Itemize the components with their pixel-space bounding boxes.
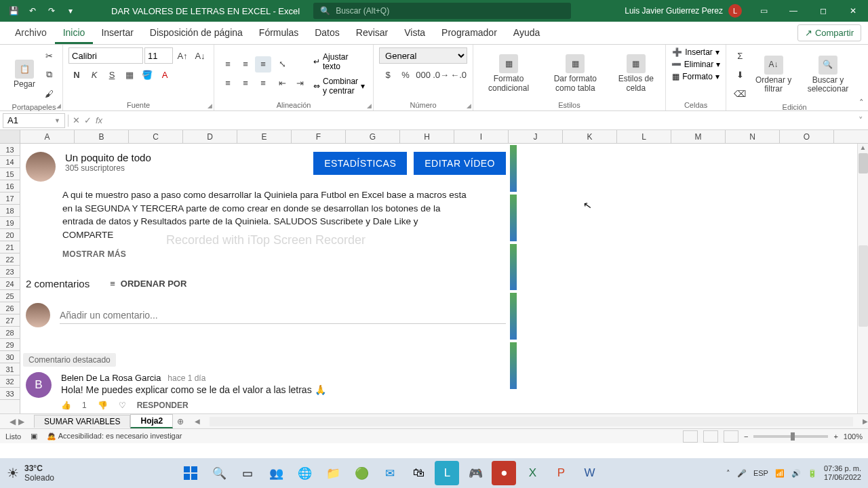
copy-button[interactable]: ⧉ <box>41 66 57 83</box>
decrease-decimal-button[interactable]: ←.0 <box>450 66 467 83</box>
row-header[interactable]: 18 <box>0 205 20 217</box>
format-table-button[interactable]: ▦Dar formato como tabla <box>541 53 610 94</box>
taskbar-excel[interactable]: X <box>520 461 545 485</box>
column-header[interactable]: C <box>129 130 183 143</box>
tray-language[interactable]: ESP <box>753 469 768 477</box>
align-center-button[interactable]: ≡ <box>237 75 254 92</box>
tab-archivo[interactable]: Archivo <box>7 23 55 44</box>
row-header[interactable]: 16 <box>0 180 20 192</box>
decrease-font-button[interactable]: A↓ <box>192 47 208 64</box>
align-top-button[interactable]: ≡ <box>220 56 236 73</box>
close-button[interactable]: ✕ <box>838 0 868 22</box>
tray-wifi[interactable]: 📶 <box>775 469 785 478</box>
row-header[interactable]: 21 <box>0 241 20 253</box>
channel-name[interactable]: Un poquito de todo <box>65 152 151 163</box>
name-box[interactable]: A1▼ <box>3 113 65 128</box>
number-format-select[interactable]: General <box>379 47 467 64</box>
enter-formula-button[interactable]: ✓ <box>84 115 92 125</box>
paste-button[interactable]: 📋 Pegar <box>11 58 38 90</box>
taskbar-edge[interactable]: 🌐 <box>292 461 317 485</box>
row-header[interactable]: 13 <box>0 144 20 156</box>
column-header[interactable]: F <box>292 130 346 143</box>
row-header[interactable]: 27 <box>0 314 20 327</box>
collapse-ribbon-button[interactable]: ˄ <box>859 98 864 108</box>
row-header[interactable]: 23 <box>0 266 20 278</box>
sort-comments-button[interactable]: ≡ORDENAR POR <box>110 279 186 289</box>
sheet-nav[interactable]: ◀ ▶ <box>0 417 34 426</box>
taskbar-chrome[interactable]: 🟢 <box>349 461 374 485</box>
save-button[interactable]: 💾 <box>7 4 20 18</box>
tab-formulas[interactable]: Fórmulas <box>251 23 307 44</box>
cell-styles-button[interactable]: ▦Estilos de celda <box>612 53 660 94</box>
edit-video-button[interactable]: EDITAR VÍDEO <box>414 152 506 175</box>
task-view[interactable]: ▭ <box>235 461 260 485</box>
currency-button[interactable]: $ <box>380 66 396 83</box>
increase-font-button[interactable]: A↑ <box>174 47 191 64</box>
taskbar-recorder[interactable]: ● <box>492 461 516 485</box>
zoom-slider[interactable] <box>753 435 828 438</box>
borders-button[interactable]: ▦ <box>121 66 138 83</box>
minimize-button[interactable]: — <box>778 0 808 22</box>
row-header[interactable]: 33 <box>0 388 20 400</box>
show-more-button[interactable]: MOSTRAR MÁS <box>22 245 510 268</box>
column-header[interactable]: H <box>400 130 454 143</box>
sheet-tab-sumar[interactable]: SUMAR VARIABLES <box>34 415 130 428</box>
row-header[interactable]: 22 <box>0 253 20 266</box>
taskbar-word[interactable]: W <box>577 461 601 485</box>
user-account[interactable]: Luis Javier Gutierrez Perez L <box>625 4 742 18</box>
taskbar-clock[interactable]: 07:36 p. m. 17/06/2022 <box>824 464 861 482</box>
column-header[interactable]: N <box>726 130 780 143</box>
row-header[interactable]: 17 <box>0 192 20 205</box>
merge-center-button[interactable]: ⇔Combinar y centrar ▾ <box>311 75 368 97</box>
taskbar-explorer[interactable]: 📁 <box>321 461 345 485</box>
column-header[interactable]: L <box>617 130 671 143</box>
font-size-select[interactable] <box>144 47 173 64</box>
font-dialog-launcher[interactable]: ◢ <box>208 102 212 109</box>
row-header[interactable]: 28 <box>0 327 20 339</box>
font-name-select[interactable] <box>68 47 143 64</box>
like-button[interactable]: 👍 <box>61 401 71 410</box>
page-break-view-button[interactable] <box>724 430 738 443</box>
zoom-in-button[interactable]: + <box>833 432 837 441</box>
redo-button[interactable]: ↷ <box>45 4 58 18</box>
align-left-button[interactable]: ≡ <box>220 75 236 92</box>
percent-button[interactable]: % <box>397 66 414 83</box>
vscroll-thumb-secondary[interactable] <box>859 245 868 327</box>
row-header[interactable]: 20 <box>0 229 20 241</box>
taskbar-teams[interactable]: 👥 <box>264 461 288 485</box>
select-all-button[interactable] <box>0 130 20 143</box>
column-header[interactable]: B <box>75 130 129 143</box>
sheet-tab-hoja2[interactable]: Hoja2 <box>130 414 173 428</box>
tab-disposicion[interactable]: Disposición de página <box>142 23 251 44</box>
column-header[interactable]: E <box>237 130 292 143</box>
row-header[interactable]: 29 <box>0 339 20 351</box>
new-sheet-button[interactable]: ⊕ <box>173 417 188 426</box>
row-header[interactable]: 25 <box>0 290 20 302</box>
tab-programador[interactable]: Programador <box>433 23 505 44</box>
increase-decimal-button[interactable]: .0→ <box>433 66 449 83</box>
accessibility-status[interactable]: 🙇 Accesibilidad: es necesario investigar <box>47 432 182 441</box>
qat-dropdown[interactable]: ▾ <box>64 4 77 18</box>
cancel-formula-button[interactable]: ✕ <box>73 115 80 125</box>
autosum-button[interactable]: Σ <box>732 47 748 64</box>
tab-inicio[interactable]: Inicio <box>55 23 94 44</box>
column-header[interactable]: O <box>780 130 834 143</box>
orientation-button[interactable]: ⤡ <box>274 56 290 73</box>
row-header[interactable]: 32 <box>0 375 20 388</box>
respond-button[interactable]: RESPONDER <box>137 401 189 410</box>
taskbar-app-l[interactable]: L <box>435 461 459 485</box>
fill-color-button[interactable]: 🪣 <box>139 66 155 83</box>
clear-button[interactable]: ⌫ <box>732 85 748 102</box>
undo-button[interactable]: ↶ <box>26 4 39 18</box>
column-header[interactable]: K <box>563 130 617 143</box>
taskbar-powerpoint[interactable]: P <box>549 461 573 485</box>
vertical-scrollbar[interactable]: ▲ ▼ <box>857 144 868 441</box>
horizontal-scrollbar[interactable]: ◀ ▶ <box>195 417 868 426</box>
stats-button[interactable]: ESTADÍSTICAS <box>313 152 407 175</box>
tab-vista[interactable]: Vista <box>396 23 433 44</box>
column-header[interactable]: M <box>671 130 726 143</box>
tray-volume[interactable]: 🔊 <box>791 469 801 478</box>
column-header[interactable]: D <box>183 130 237 143</box>
page-layout-view-button[interactable] <box>703 430 718 443</box>
add-comment-input[interactable] <box>60 307 506 324</box>
